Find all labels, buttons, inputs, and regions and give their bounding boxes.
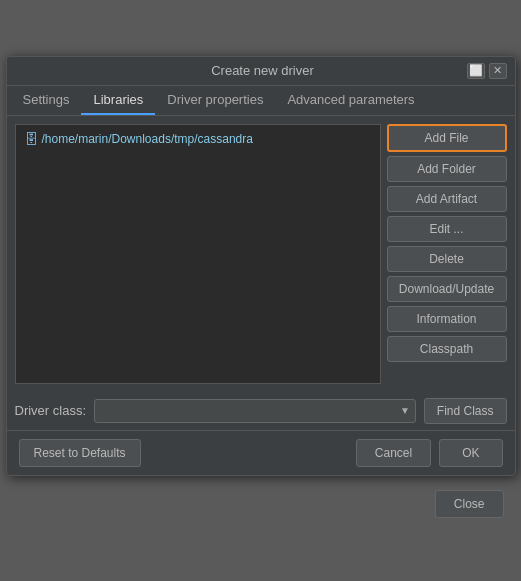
edit-button[interactable]: Edit ... — [387, 216, 507, 242]
driver-class-select[interactable] — [94, 399, 416, 423]
add-file-button[interactable]: Add File — [387, 124, 507, 152]
classpath-button[interactable]: Classpath — [387, 336, 507, 362]
tab-advanced-parameters[interactable]: Advanced parameters — [275, 86, 426, 115]
close-button-bottom[interactable]: Close — [435, 490, 504, 518]
title-bar: Create new driver ⬜ ✕ — [7, 57, 515, 86]
find-class-button[interactable]: Find Class — [424, 398, 507, 424]
driver-class-label: Driver class: — [15, 403, 87, 418]
file-list[interactable]: 🗄 /home/marin/Downloads/tmp/cassandra — [15, 124, 381, 384]
side-buttons: Add File Add Folder Add Artifact Edit ..… — [387, 124, 507, 384]
file-path: /home/marin/Downloads/tmp/cassandra — [42, 132, 253, 146]
driver-class-row: Driver class: ▼ Find Class — [7, 392, 515, 430]
bottom-left: Reset to Defaults — [19, 439, 348, 467]
dialog-title: Create new driver — [59, 63, 467, 78]
tab-libraries[interactable]: Libraries — [81, 86, 155, 115]
tab-bar: Settings Libraries Driver properties Adv… — [7, 86, 515, 116]
delete-button[interactable]: Delete — [387, 246, 507, 272]
add-folder-button[interactable]: Add Folder — [387, 156, 507, 182]
download-update-button[interactable]: Download/Update — [387, 276, 507, 302]
close-section: Close — [6, 482, 516, 526]
title-controls: ⬜ ✕ — [467, 63, 507, 79]
cancel-button[interactable]: Cancel — [356, 439, 431, 467]
file-icon: 🗄 — [24, 131, 38, 147]
information-button[interactable]: Information — [387, 306, 507, 332]
close-button[interactable]: ✕ — [489, 63, 507, 79]
content-area: 🗄 /home/marin/Downloads/tmp/cassandra Ad… — [7, 116, 515, 392]
create-driver-dialog: Create new driver ⬜ ✕ Settings Libraries… — [6, 56, 516, 476]
driver-class-select-wrapper: ▼ — [94, 399, 416, 423]
tab-driver-properties[interactable]: Driver properties — [155, 86, 275, 115]
ok-button[interactable]: OK — [439, 439, 502, 467]
tab-settings[interactable]: Settings — [11, 86, 82, 115]
add-artifact-button[interactable]: Add Artifact — [387, 186, 507, 212]
list-item: 🗄 /home/marin/Downloads/tmp/cassandra — [20, 129, 376, 149]
bottom-buttons: Reset to Defaults Cancel OK — [7, 430, 515, 475]
reset-defaults-button[interactable]: Reset to Defaults — [19, 439, 141, 467]
maximize-button[interactable]: ⬜ — [467, 63, 485, 79]
